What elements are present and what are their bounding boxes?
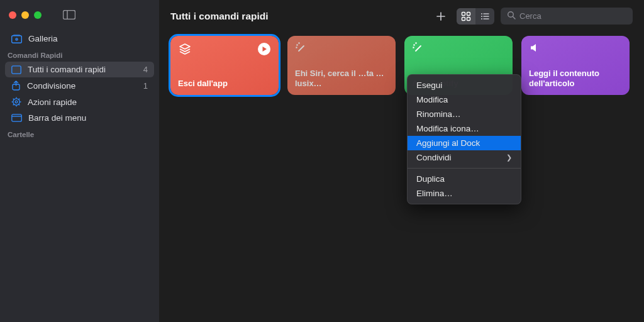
search-icon — [507, 11, 516, 22]
svg-point-5 — [16, 39, 17, 40]
card-title: Ehi Siri, cerca il …ta …lusix… — [295, 69, 388, 89]
search-field[interactable] — [501, 8, 633, 25]
share-icon — [11, 80, 21, 91]
menu-item-delete[interactable]: Elimina… — [408, 186, 521, 201]
sidebar-item-gallery[interactable]: Galleria — [5, 31, 154, 47]
shortcut-card-siri-search[interactable]: Ehi Siri, cerca il …ta …lusix… — [287, 36, 396, 95]
sidebar-item-label: Tutti i comandi rapidi — [28, 65, 106, 74]
close-window-button[interactable] — [9, 11, 16, 19]
menu-item-edit-icon[interactable]: Modifica icona… — [408, 121, 521, 136]
svg-point-8 — [13, 99, 19, 105]
svg-point-26 — [481, 18, 482, 19]
list-view-button[interactable] — [475, 8, 494, 25]
shortcuts-grid: Esci dall'app Ehi Siri, cerca il …ta …lu… — [159, 31, 644, 100]
add-button[interactable] — [431, 8, 450, 25]
wand-icon — [412, 42, 425, 57]
main-content: Tutti i comandi rapidi — [159, 0, 644, 322]
sidebar-item-label: Condivisione — [27, 81, 75, 91]
sidebar-item-quick-actions[interactable]: Azioni rapide — [5, 94, 154, 110]
sidebar-header-folders: Cartelle — [0, 126, 159, 141]
context-menu: Esegui Modifica Rinomina… Modifica icona… — [407, 74, 521, 204]
svg-rect-22 — [462, 17, 465, 20]
menu-item-label: Modifica icona… — [416, 124, 479, 133]
play-icon[interactable] — [257, 42, 271, 58]
menu-item-rename[interactable]: Rinomina… — [408, 107, 521, 121]
card-title: Leggi il contenuto dell'articolo — [529, 69, 622, 89]
svg-line-16 — [13, 104, 14, 106]
sidebar-item-all-shortcuts[interactable]: Tutti i comandi rapidi 4 — [5, 62, 154, 77]
app-window: Galleria Comandi Rapidi Tutti i comandi … — [0, 0, 644, 322]
sidebar-item-sharing[interactable]: Condivisione 1 — [5, 77, 154, 94]
menu-item-label: Aggiungi al Dock — [416, 138, 480, 148]
sidebar-item-badge: 1 — [143, 81, 148, 91]
view-mode-segmented — [457, 8, 494, 25]
sidebar-header-shortcuts: Comandi Rapidi — [0, 47, 159, 62]
menu-item-duplicate[interactable]: Duplica — [408, 172, 521, 186]
sidebar-item-label: Barra dei menu — [28, 113, 86, 123]
shortcut-card-read-article[interactable]: Leggi il contenuto dell'articolo — [521, 36, 630, 95]
menu-item-share[interactable]: Condividi❯ — [408, 150, 521, 165]
svg-line-17 — [19, 99, 20, 100]
menu-item-edit[interactable]: Modifica — [408, 92, 521, 107]
menu-item-add-to-dock[interactable]: Aggiungi al Dock — [408, 136, 521, 150]
menu-item-label: Condividi — [416, 153, 452, 162]
svg-rect-3 — [13, 35, 20, 36]
svg-rect-18 — [12, 114, 21, 121]
window-controls — [0, 5, 159, 19]
svg-point-24 — [481, 13, 482, 14]
sidebar: Galleria Comandi Rapidi Tutti i comandi … — [0, 0, 159, 322]
menu-item-run[interactable]: Esegui — [408, 78, 521, 92]
sidebar-item-badge: 4 — [143, 65, 148, 74]
sidebar-gallery-label: Galleria — [28, 34, 58, 43]
svg-line-31 — [513, 16, 515, 19]
menu-item-label: Elimina… — [416, 189, 453, 198]
sidebar-item-menubar[interactable]: Barra dei menu — [5, 110, 154, 126]
menu-item-label: Rinomina… — [416, 109, 461, 119]
menu-item-label: Modifica — [416, 95, 448, 104]
svg-rect-21 — [467, 12, 470, 15]
toolbar: Tutti i comandi rapidi — [159, 0, 644, 31]
sidebar-toggle-icon[interactable] — [63, 10, 75, 19]
menu-separator — [408, 168, 521, 169]
svg-point-9 — [15, 101, 18, 103]
menubar-icon — [11, 114, 22, 122]
svg-rect-6 — [12, 65, 21, 73]
svg-rect-0 — [64, 11, 75, 19]
sidebar-item-label: Azioni rapide — [28, 97, 77, 107]
menu-item-label: Duplica — [416, 174, 445, 184]
svg-rect-23 — [467, 17, 470, 20]
shortcuts-icon — [11, 65, 21, 74]
menu-item-label: Esegui — [416, 80, 442, 90]
speaker-icon — [529, 42, 540, 56]
svg-rect-20 — [462, 12, 465, 15]
chevron-right-icon: ❯ — [506, 153, 512, 162]
svg-line-15 — [19, 104, 20, 106]
grid-view-button[interactable] — [457, 8, 475, 25]
layers-icon — [178, 42, 192, 58]
fullscreen-window-button[interactable] — [34, 11, 42, 19]
gear-icon — [11, 97, 21, 107]
wand-icon — [295, 42, 308, 57]
page-title: Tutti i comandi rapidi — [170, 11, 269, 22]
svg-line-14 — [13, 99, 14, 100]
svg-point-25 — [481, 15, 482, 16]
gallery-icon — [11, 34, 22, 43]
shortcut-card-exit-app[interactable]: Esci dall'app — [170, 36, 279, 95]
search-input[interactable] — [519, 11, 626, 21]
minimize-window-button[interactable] — [21, 11, 29, 19]
card-title: Esci dall'app — [178, 79, 271, 89]
